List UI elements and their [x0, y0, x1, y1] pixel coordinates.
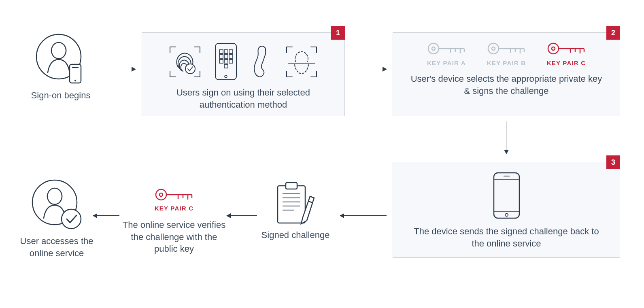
svg-point-22 [492, 47, 495, 50]
svg-rect-27 [494, 173, 519, 218]
svg-point-44 [62, 209, 81, 229]
svg-rect-32 [278, 186, 305, 223]
step3-icon-wrap [393, 162, 620, 220]
arrow-1-to-2 [352, 69, 387, 69]
svg-rect-10 [219, 55, 223, 58]
svg-point-18 [428, 43, 439, 54]
step3-caption: The device sends the signed challenge ba… [413, 225, 599, 249]
key-c-label: KEY PAIR C [546, 59, 587, 66]
smartphone-icon [491, 171, 522, 220]
step1-icons [142, 33, 344, 81]
step1-panel: 1 [142, 32, 345, 116]
telephone-icon [249, 42, 273, 81]
end-node: User accesses the online service [16, 176, 97, 259]
svg-rect-33 [286, 183, 297, 189]
key-pair-b: KEY PAIR B [486, 40, 527, 66]
svg-point-25 [552, 47, 555, 50]
svg-point-24 [548, 43, 559, 54]
start-node: Sign-on begins [24, 30, 97, 102]
end-caption: User accesses the online service [16, 235, 97, 259]
signed-challenge-node: Signed challenge [259, 180, 332, 241]
svg-point-41 [159, 193, 163, 196]
step2-caption: User's device selects the appropriate pr… [409, 73, 604, 97]
arrow-signed-to-verify [227, 215, 257, 216]
phone-keypad-icon [214, 42, 238, 81]
svg-rect-11 [224, 55, 228, 58]
arrow-start-to-1 [101, 69, 136, 69]
svg-point-2 [74, 80, 76, 81]
clipboard-pen-icon [271, 180, 320, 227]
key-pair-c: KEY PAIR C [546, 40, 587, 66]
signed-caption: Signed challenge [259, 229, 332, 241]
verify-caption: The online service verifies the challeng… [121, 219, 227, 255]
user-check-icon [28, 176, 85, 233]
svg-point-4 [185, 64, 195, 74]
svg-point-40 [156, 189, 166, 200]
fingerprint-icon [167, 44, 203, 80]
key-icon [486, 40, 527, 57]
step2-badge: 2 [606, 26, 620, 40]
svg-point-6 [225, 75, 227, 78]
start-caption: Sign-on begins [24, 89, 97, 102]
svg-point-30 [505, 214, 508, 217]
svg-rect-8 [224, 50, 228, 53]
svg-rect-7 [219, 50, 223, 53]
step1-caption: Users sign on using their selected authe… [158, 87, 328, 110]
step3-badge: 3 [606, 155, 620, 169]
key-pair-a: KEY PAIR A [426, 40, 467, 66]
svg-point-19 [432, 47, 435, 50]
verify-key-label: KEY PAIR C [121, 205, 227, 212]
face-scan-icon [283, 44, 320, 80]
step1-badge: 1 [331, 26, 345, 40]
svg-rect-15 [229, 59, 233, 63]
key-b-label: KEY PAIR B [486, 59, 527, 66]
svg-rect-5 [215, 43, 236, 80]
arrow-3-to-signed [340, 215, 387, 216]
key-icon [546, 40, 587, 57]
key-a-label: KEY PAIR A [426, 59, 467, 66]
svg-rect-13 [219, 59, 223, 63]
arrow-2-to-3 [506, 121, 506, 154]
svg-point-21 [488, 43, 499, 54]
svg-rect-9 [229, 50, 233, 53]
verify-node: KEY PAIR C The online service verifies t… [121, 186, 227, 255]
step2-keys: KEY PAIR A KEY PAIR B KEY PAIR C [393, 33, 620, 66]
user-phone-icon [32, 30, 89, 87]
diagram-stage: Sign-on begins 1 [0, 0, 644, 308]
svg-rect-12 [229, 55, 233, 58]
svg-rect-16 [224, 64, 228, 68]
step2-panel: 2 KEY PAIR A KEY PAIR B KEY PAIR C User'… [393, 32, 620, 116]
svg-rect-14 [224, 59, 228, 63]
key-icon [154, 186, 194, 203]
key-icon [426, 40, 467, 57]
step3-panel: 3 The device sends the signed challenge … [393, 162, 620, 258]
